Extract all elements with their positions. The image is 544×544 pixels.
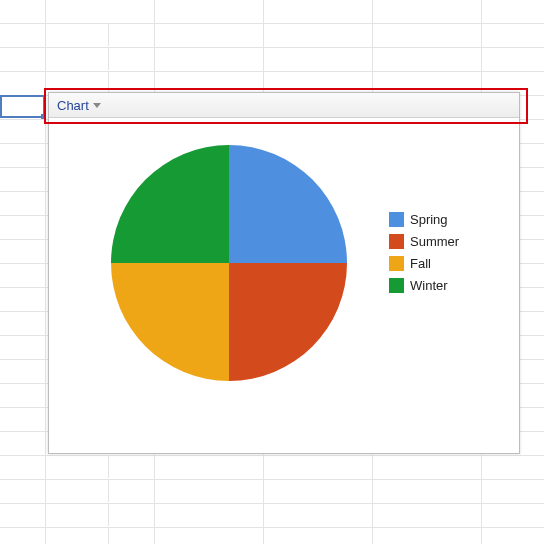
legend-item: Winter [389,274,459,296]
pie-chart [109,143,349,383]
legend-swatch [389,234,404,249]
legend-swatch [389,212,404,227]
pie-slice [111,263,229,381]
chart-menu-button[interactable]: Chart [49,93,519,118]
chart-legend: SpringSummerFallWinter [389,208,459,296]
selected-cell[interactable] [0,95,45,118]
legend-label: Summer [410,234,459,249]
legend-swatch [389,278,404,293]
pie-slice [229,263,347,381]
legend-item: Spring [389,208,459,230]
legend-label: Winter [410,278,448,293]
legend-label: Spring [410,212,448,227]
legend-item: Fall [389,252,459,274]
chart-object[interactable]: Chart SpringSummerFallWinter [48,92,520,454]
pie-slice [111,145,229,263]
chart-plot-area: SpringSummerFallWinter [49,118,519,453]
legend-label: Fall [410,256,431,271]
pie-slice [229,145,347,263]
chevron-down-icon [93,103,101,108]
legend-swatch [389,256,404,271]
chart-menu-label: Chart [57,98,89,113]
legend-item: Summer [389,230,459,252]
